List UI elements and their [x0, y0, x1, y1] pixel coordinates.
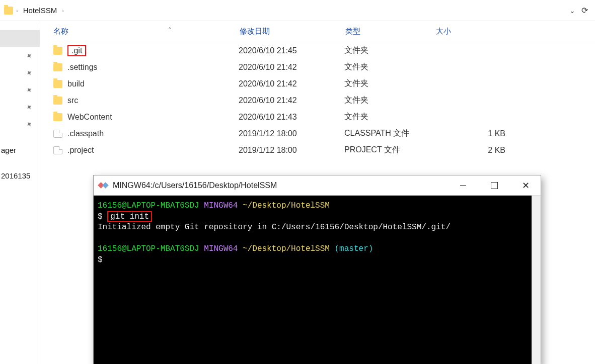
file-type: CLASSPATH 文件 [344, 128, 435, 139]
col-modified[interactable]: 修改日期 [239, 27, 344, 36]
terminal-content[interactable]: 16156@LAPTOP-MBAT6SDJ MINGW64 ~/Desktop/… [94, 196, 541, 364]
file-name: .classpath [67, 129, 104, 138]
folder-icon [53, 80, 62, 88]
terminal-titlebar[interactable]: MINGW64:/c/Users/16156/Desktop/HotelSSM … [94, 175, 541, 196]
file-row[interactable]: .project2019/1/12 18:00PROJECT 文件2 KB [52, 142, 595, 158]
file-name: .settings [67, 63, 98, 72]
quick-access-item[interactable] [0, 30, 40, 47]
file-icon [53, 130, 62, 138]
refresh-icon[interactable]: ⟳ [578, 4, 591, 17]
col-name[interactable]: 名称 [52, 27, 239, 36]
quick-access-item[interactable]: ✦ [0, 47, 40, 64]
file-row[interactable]: .settings2020/6/10 21:42文件夹 [52, 59, 595, 75]
quick-access-item[interactable]: ✦ [0, 99, 40, 116]
terminal-title: MINGW64:/c/Users/16156/Desktop/HotelSSM [113, 181, 277, 190]
file-modified: 2020/6/10 21:45 [239, 46, 344, 55]
history-dropdown-icon[interactable]: ⌄ [566, 5, 578, 17]
folder-icon [53, 63, 62, 71]
file-modified: 2020/6/10 21:42 [239, 79, 344, 88]
quick-access-item[interactable]: ✦ [0, 116, 40, 133]
folder-icon [53, 97, 62, 105]
file-size: 1 KB [435, 129, 520, 138]
pin-icon: ✦ [24, 119, 35, 130]
close-button[interactable]: ✕ [512, 175, 539, 195]
sidebar-fragment[interactable]: 2016135 [0, 168, 40, 183]
file-type: 文件夹 [344, 112, 435, 122]
file-size: 2 KB [435, 146, 520, 155]
file-name: WebContent [67, 113, 112, 122]
file-modified: 2019/1/12 18:00 [239, 129, 344, 138]
file-type: 文件夹 [344, 95, 435, 106]
pin-icon: ✦ [24, 102, 35, 113]
folder-icon [4, 7, 13, 15]
file-name: build [67, 79, 85, 88]
folder-icon [53, 113, 62, 121]
pin-icon: ✦ [24, 50, 35, 61]
chevron-right-icon: › [62, 8, 64, 14]
terminal-scrollbar[interactable] [532, 196, 541, 364]
address-bar: › HotelSSM › ⌄ ⟳ [0, 0, 595, 21]
file-row[interactable]: WebContent2020/6/10 21:43文件夹 [52, 109, 595, 125]
file-row[interactable]: .classpath2019/1/12 18:00CLASSPATH 文件1 K… [52, 125, 595, 142]
col-size[interactable]: 大小 [435, 27, 520, 36]
file-type: 文件夹 [344, 45, 435, 56]
file-row[interactable]: src2020/6/10 21:42文件夹 [52, 92, 595, 109]
git-bash-icon [99, 181, 108, 190]
file-modified: 2020/6/10 21:42 [239, 63, 344, 72]
file-icon [53, 146, 62, 154]
file-row[interactable]: build2020/6/10 21:42文件夹 [52, 75, 595, 92]
breadcrumb[interactable]: › HotelSSM › [16, 6, 64, 15]
file-modified: 2020/6/10 21:42 [239, 96, 344, 105]
sidebar-fragment[interactable]: ager [0, 143, 40, 157]
file-name: .git [67, 45, 86, 56]
file-type: 文件夹 [344, 62, 435, 72]
file-modified: 2019/1/12 18:00 [239, 146, 344, 155]
quick-access-sidebar: ✦ ✦ ✦ ✦ ✦ ager 2016135 [0, 21, 40, 364]
file-modified: 2020/6/10 21:43 [239, 113, 344, 122]
col-type[interactable]: 类型 [344, 27, 435, 36]
maximize-button[interactable] [481, 175, 507, 195]
folder-icon [53, 47, 62, 55]
file-name: src [67, 96, 78, 105]
pin-icon: ✦ [24, 67, 35, 78]
file-type: 文件夹 [344, 78, 435, 89]
file-row[interactable]: .git2020/6/10 21:45文件夹 [52, 42, 595, 59]
chevron-right-icon: › [16, 8, 18, 14]
pin-icon: ✦ [24, 84, 35, 96]
breadcrumb-current[interactable]: HotelSSM [23, 6, 57, 15]
file-type: PROJECT 文件 [344, 145, 435, 155]
minimize-button[interactable] [450, 175, 476, 195]
column-headers[interactable]: 名称 修改日期 类型 大小 ˄ [52, 21, 595, 42]
quick-access-item[interactable]: ✦ [0, 64, 40, 81]
file-name: .project [67, 146, 94, 155]
sort-indicator-icon: ˄ [168, 26, 172, 34]
quick-access-item[interactable]: ✦ [0, 81, 40, 99]
terminal-window: MINGW64:/c/Users/16156/Desktop/HotelSSM … [93, 175, 541, 364]
